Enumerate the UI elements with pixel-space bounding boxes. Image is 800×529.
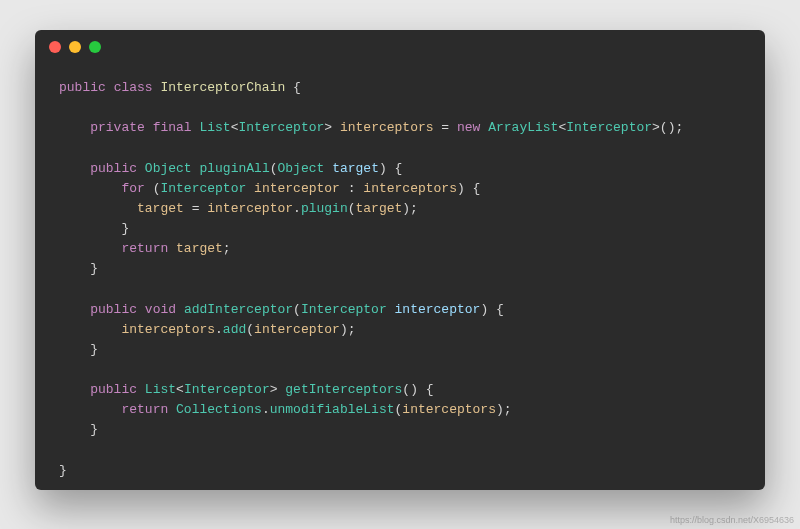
code-token: [176, 302, 184, 317]
code-token: [387, 302, 395, 317]
code-token: pluginAll: [199, 161, 269, 176]
code-token: ArrayList: [488, 120, 558, 135]
minimize-icon[interactable]: [69, 41, 81, 53]
code-token: }: [59, 463, 67, 478]
code-token: Object: [278, 161, 325, 176]
code-token: void: [145, 302, 176, 317]
code-token: =: [184, 201, 207, 216]
code-token: <: [231, 120, 239, 135]
code-token: );: [496, 402, 512, 417]
code-token: >: [324, 120, 340, 135]
code-token: }: [121, 221, 129, 236]
code-token: [59, 322, 121, 337]
code-token: plugin: [301, 201, 348, 216]
code-token: target: [332, 161, 379, 176]
code-token: [137, 161, 145, 176]
code-token: Interceptor: [301, 302, 387, 317]
code-token: [59, 120, 90, 135]
code-token: Interceptor: [566, 120, 652, 135]
code-token: Interceptor: [184, 382, 270, 397]
code-token: [59, 402, 121, 417]
code-token: [59, 221, 121, 236]
code-token: (: [270, 161, 278, 176]
code-token: [59, 261, 90, 276]
code-token: final: [153, 120, 192, 135]
code-token: :: [340, 181, 363, 196]
code-token: interceptors: [402, 402, 496, 417]
code-token: new: [457, 120, 480, 135]
code-token: interceptor: [254, 322, 340, 337]
close-icon[interactable]: [49, 41, 61, 53]
code-token: [59, 181, 121, 196]
window-titlebar: [35, 30, 765, 64]
code-token: add: [223, 322, 246, 337]
code-token: );: [402, 201, 418, 216]
code-token: target: [137, 201, 184, 216]
code-token: List: [199, 120, 230, 135]
code-token: addInterceptor: [184, 302, 293, 317]
code-token: private: [90, 120, 145, 135]
code-token: Interceptor: [239, 120, 325, 135]
code-token: class: [114, 80, 153, 95]
code-token: [145, 120, 153, 135]
code-token: [137, 302, 145, 317]
code-token: [59, 342, 90, 357]
code-token: [59, 382, 90, 397]
code-token: interceptor: [395, 302, 481, 317]
code-token: ) {: [480, 302, 503, 317]
code-token: }: [90, 342, 98, 357]
code-token: [137, 382, 145, 397]
code-token: [145, 181, 153, 196]
code-token: [59, 302, 90, 317]
code-token: .: [215, 322, 223, 337]
code-token: interceptors: [121, 322, 215, 337]
code-token: .: [293, 201, 301, 216]
code-token: [106, 80, 114, 95]
code-token: Interceptor: [160, 181, 246, 196]
code-token: Collections: [176, 402, 262, 417]
code-token: public: [90, 382, 137, 397]
maximize-icon[interactable]: [89, 41, 101, 53]
code-token: }: [90, 261, 98, 276]
code-token: (: [246, 322, 254, 337]
code-token: =: [434, 120, 457, 135]
code-token: >: [270, 382, 286, 397]
code-token: public: [90, 161, 137, 176]
code-token: [59, 241, 121, 256]
code-token: getInterceptors: [285, 382, 402, 397]
code-token: target: [176, 241, 223, 256]
code-token: interceptors: [340, 120, 434, 135]
code-token: Object: [145, 161, 192, 176]
code-token: return: [121, 402, 168, 417]
code-token: >();: [652, 120, 683, 135]
code-token: interceptor: [254, 181, 340, 196]
code-token: .: [262, 402, 270, 417]
code-block: public class InterceptorChain { private …: [35, 64, 765, 481]
code-token: [324, 161, 332, 176]
code-token: );: [340, 322, 356, 337]
code-token: interceptors: [363, 181, 457, 196]
code-token: InterceptorChain: [160, 80, 285, 95]
code-token: unmodifiableList: [270, 402, 395, 417]
code-token: public: [90, 302, 137, 317]
code-token: target: [356, 201, 403, 216]
code-token: }: [90, 422, 98, 437]
code-token: [59, 201, 137, 216]
code-token: [246, 181, 254, 196]
code-token: (: [293, 302, 301, 317]
code-token: for: [121, 181, 144, 196]
watermark-text: https://blog.csdn.net/X6954636: [670, 515, 794, 525]
code-token: ;: [223, 241, 231, 256]
code-token: {: [293, 80, 301, 95]
code-token: [168, 402, 176, 417]
code-token: [285, 80, 293, 95]
code-token: [59, 422, 90, 437]
code-token: [168, 241, 176, 256]
code-token: ) {: [457, 181, 480, 196]
code-token: public: [59, 80, 106, 95]
code-token: return: [121, 241, 168, 256]
code-token: ) {: [379, 161, 402, 176]
code-token: (: [348, 201, 356, 216]
code-token: [59, 161, 90, 176]
code-token: interceptor: [207, 201, 293, 216]
